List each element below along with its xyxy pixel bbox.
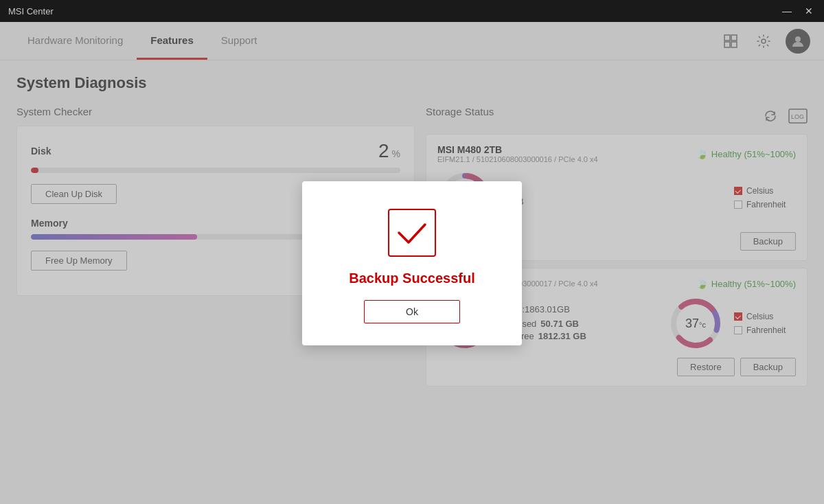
modal-overlay: Backup Successful Ok — [0, 22, 824, 504]
main-area: Hardware Monitoring Features Support — [0, 22, 824, 504]
dialog-title: Backup Successful — [349, 271, 474, 286]
minimize-button[interactable]: — — [780, 4, 794, 18]
backup-success-dialog: Backup Successful Ok — [302, 181, 522, 345]
app-title-area: MSI Center — [8, 6, 54, 16]
dialog-icon-wrapper — [388, 209, 436, 257]
app-title: MSI Center — [8, 6, 54, 16]
dialog-ok-button[interactable]: Ok — [364, 300, 460, 323]
success-checkmark-icon — [395, 219, 429, 247]
window-controls: — ✕ — [780, 4, 816, 18]
title-bar: MSI Center — ✕ — [0, 0, 824, 22]
close-button[interactable]: ✕ — [802, 4, 816, 18]
